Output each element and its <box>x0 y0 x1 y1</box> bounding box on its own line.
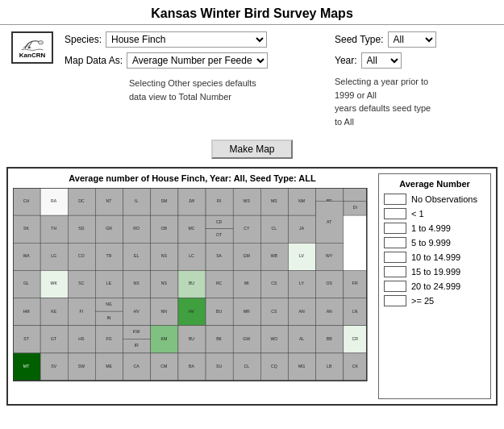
svg-rect-144 <box>151 326 178 353</box>
svg-rect-140 <box>123 326 151 339</box>
svg-rect-166 <box>95 353 123 381</box>
svg-rect-5 <box>68 188 95 215</box>
svg-rect-100 <box>316 270 344 298</box>
svg-rect-11 <box>151 188 178 215</box>
svg-rect-126 <box>289 298 316 326</box>
svg-rect-138 <box>95 326 123 353</box>
svg-marker-26 <box>344 202 367 216</box>
svg-rect-90 <box>178 270 206 298</box>
species-select[interactable]: House Finch American Goldfinch Black-cap… <box>106 31 267 48</box>
svg-rect-17 <box>233 188 260 215</box>
legend-item-ge25: >= 25 <box>384 295 485 306</box>
svg-rect-30 <box>40 215 68 243</box>
logo: KanCRN <box>8 31 56 130</box>
legend-item-1to5: 1 to 4.999 <box>384 223 485 234</box>
svg-rect-92 <box>206 270 233 298</box>
svg-rect-76 <box>316 243 344 270</box>
svg-rect-168 <box>123 353 151 381</box>
svg-rect-34 <box>95 215 123 243</box>
svg-rect-112 <box>95 311 123 326</box>
svg-rect-38 <box>151 215 178 243</box>
legend-color-1to5 <box>384 223 406 234</box>
svg-rect-102 <box>344 270 367 298</box>
seedtype-label: Seed Type: <box>335 34 384 45</box>
svg-rect-156 <box>316 326 344 353</box>
svg-rect-28 <box>13 215 40 243</box>
svg-rect-70 <box>233 243 260 270</box>
svg-rect-148 <box>206 326 233 353</box>
info-text-left: Selecting Other species defaults data vi… <box>65 73 327 105</box>
svg-rect-132 <box>13 326 40 353</box>
svg-rect-122 <box>233 298 260 326</box>
legend-item-10to15: 10 to 14.999 <box>384 252 485 263</box>
legend-item-20to25: 20 to 24.999 <box>384 281 485 292</box>
svg-rect-60 <box>95 243 123 270</box>
legend-color-5to10 <box>384 237 406 248</box>
svg-rect-13 <box>178 188 206 215</box>
svg-rect-158 <box>344 326 367 353</box>
svg-rect-108 <box>68 298 95 326</box>
svg-point-0 <box>39 40 44 44</box>
svg-rect-32 <box>68 215 95 243</box>
legend-item-no-obs: No Observations <box>384 194 485 205</box>
svg-rect-182 <box>316 353 344 381</box>
svg-rect-110 <box>95 298 123 312</box>
svg-rect-72 <box>260 243 288 270</box>
svg-rect-84 <box>95 270 123 298</box>
svg-rect-146 <box>178 326 206 353</box>
page-title: Kansas Winter Bird Survey Maps <box>0 0 504 25</box>
svg-rect-15 <box>206 188 233 215</box>
svg-rect-25 <box>344 188 367 202</box>
svg-rect-184 <box>344 353 367 381</box>
svg-rect-96 <box>260 270 288 298</box>
svg-rect-116 <box>151 298 178 326</box>
kansas-map: CH RA DC NT IL SM JW RI WS MS NM BR DI S… <box>13 188 372 397</box>
svg-rect-56 <box>40 243 68 270</box>
species-label: Species: <box>65 34 102 45</box>
svg-rect-36 <box>123 215 151 243</box>
svg-rect-152 <box>260 326 288 353</box>
legend-color-lt1 <box>384 208 406 219</box>
svg-rect-66 <box>178 243 206 270</box>
year-select[interactable]: All 1999 2000 2001 2002 2003 2004 2005 2… <box>361 52 402 69</box>
svg-rect-42 <box>206 215 233 229</box>
svg-rect-124 <box>260 298 288 326</box>
legend-item-lt1: < 1 <box>384 208 485 219</box>
svg-rect-174 <box>206 353 233 381</box>
svg-rect-160 <box>13 353 40 381</box>
legend-color-15to20 <box>384 266 406 277</box>
year-label: Year: <box>335 55 357 66</box>
svg-rect-88 <box>151 270 178 298</box>
svg-rect-48 <box>260 215 288 243</box>
legend-color-10to15 <box>384 252 406 263</box>
svg-rect-120 <box>206 298 233 326</box>
svg-rect-128 <box>316 298 344 326</box>
svg-rect-1 <box>13 188 40 215</box>
svg-rect-86 <box>123 270 151 298</box>
svg-rect-114 <box>123 298 151 326</box>
legend-item-5to10: 5 to 9.999 <box>384 237 485 248</box>
mapdata-label: Map Data As: <box>65 55 123 66</box>
svg-rect-9 <box>123 188 151 215</box>
svg-rect-134 <box>40 326 68 353</box>
seedtype-select[interactable]: All Black Oil Mixed Nyjer Suet <box>388 31 436 48</box>
make-map-button[interactable]: Make Map <box>211 140 292 159</box>
legend-color-20to25 <box>384 281 406 292</box>
svg-rect-170 <box>151 353 178 381</box>
svg-rect-68 <box>206 243 233 270</box>
legend-color-no-obs <box>384 194 406 205</box>
svg-rect-62 <box>123 243 151 270</box>
legend-title: Average Number <box>384 179 485 189</box>
info-text-right: Selecting a year prior to1999 or Allyear… <box>335 73 496 130</box>
svg-rect-80 <box>40 270 68 298</box>
svg-rect-162 <box>40 353 68 381</box>
svg-rect-172 <box>178 353 206 381</box>
svg-rect-7 <box>95 188 123 215</box>
logo-bird-icon <box>20 37 44 52</box>
svg-rect-44 <box>206 229 233 244</box>
map-container: Average number of House Finch, Year: All… <box>6 167 498 406</box>
svg-rect-136 <box>68 326 95 353</box>
svg-rect-106 <box>40 298 68 326</box>
svg-rect-180 <box>289 353 316 381</box>
mapdata-select[interactable]: Average Number per Feeder Total Number P… <box>127 52 268 69</box>
